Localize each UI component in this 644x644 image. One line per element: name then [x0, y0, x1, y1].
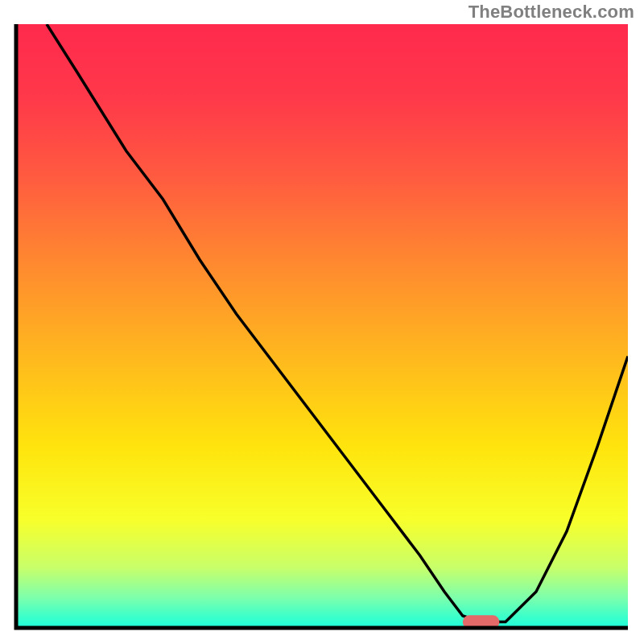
watermark-label: TheBottleneck.com [469, 2, 634, 23]
bottleneck-chart [0, 0, 644, 644]
gradient-background [16, 24, 628, 628]
chart-frame: TheBottleneck.com [0, 0, 644, 644]
